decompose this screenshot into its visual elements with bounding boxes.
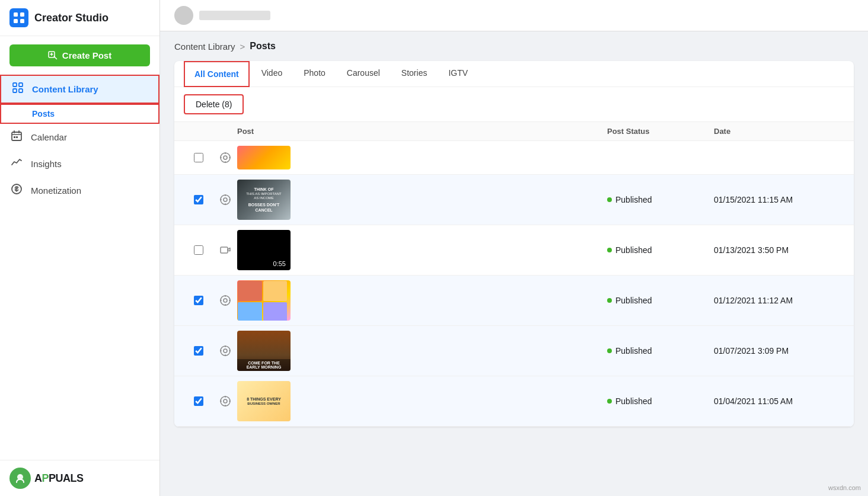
- grid-icon: [11, 82, 25, 97]
- breadcrumb-current: Posts: [250, 41, 276, 52]
- post-status-label-6: Published: [615, 396, 652, 406]
- reels-icon-2: [219, 194, 231, 206]
- tab-photo[interactable]: Photo: [294, 61, 335, 87]
- post-info-1: [237, 146, 607, 169]
- post-thumb-5: COME FOR THEEARLY MORNING: [237, 331, 291, 371]
- table-row: 8 THINGS EVERYBUSINESS OWNER Published 0…: [174, 376, 854, 427]
- post-info-2: THINK OF THIS AS IMPORTANT AS INCOME BOS…: [237, 180, 607, 220]
- svg-rect-1: [20, 12, 24, 17]
- post-status-5: Published: [607, 346, 714, 356]
- svg-point-27: [221, 296, 230, 305]
- sidebar: Creator Studio Create Post Content Libra…: [0, 0, 160, 496]
- breadcrumb-parent[interactable]: Content Library: [174, 41, 235, 52]
- svg-rect-5: [13, 83, 17, 87]
- row-checkbox-6[interactable]: [184, 396, 213, 406]
- row-icon-4: [213, 295, 237, 306]
- page-avatar: [174, 6, 193, 25]
- svg-point-43: [220, 401, 221, 402]
- sidebar-item-monetization[interactable]: Monetization: [0, 177, 159, 204]
- tab-carousel[interactable]: Carousel: [337, 61, 390, 87]
- tab-igtv[interactable]: IGTV: [439, 61, 477, 87]
- sidebar-nav: Content Library Posts Calendar: [0, 75, 159, 460]
- post-thumb-3: 0:55: [237, 230, 291, 270]
- svg-point-22: [225, 194, 226, 196]
- svg-point-37: [220, 350, 221, 351]
- sidebar-item-content-library-label: Content Library: [32, 84, 98, 94]
- svg-point-42: [225, 405, 226, 406]
- row-checkbox-3[interactable]: [184, 245, 213, 255]
- sidebar-item-calendar-label: Calendar: [31, 132, 67, 142]
- row-checkbox-4[interactable]: [184, 296, 213, 305]
- tab-video[interactable]: Video: [252, 61, 292, 87]
- svg-point-19: [229, 157, 230, 158]
- svg-point-28: [224, 299, 227, 302]
- checkbox-input-1[interactable]: [194, 153, 203, 162]
- post-thumb-4: [237, 280, 291, 321]
- tab-stories-label: Stories: [401, 68, 427, 78]
- sidebar-item-insights-label: Insights: [31, 159, 62, 169]
- svg-point-34: [224, 349, 227, 353]
- dollar-icon: [9, 183, 24, 198]
- sidebar-item-posts[interactable]: Posts: [0, 104, 159, 124]
- col-date: Date: [714, 127, 844, 136]
- sidebar-header: Creator Studio: [0, 0, 159, 36]
- row-icon-3: [213, 244, 237, 256]
- post-status-6: Published: [607, 396, 714, 406]
- checkbox-input-6[interactable]: [194, 396, 203, 406]
- table-row: COME FOR THEEARLY MORNING Published 01/0…: [174, 326, 854, 376]
- sidebar-item-calendar[interactable]: Calendar: [0, 124, 159, 151]
- tab-video-label: Video: [261, 68, 283, 78]
- svg-point-36: [225, 354, 226, 356]
- status-dot-6: [607, 399, 612, 404]
- table-header: Post Post Status Date: [174, 122, 854, 141]
- post-date-3: 01/13/2021 3:50 PM: [714, 245, 844, 255]
- app-title: Creator Studio: [34, 12, 108, 24]
- sidebar-item-insights[interactable]: Insights: [0, 151, 159, 177]
- breadcrumb-separator: >: [240, 41, 245, 52]
- reels-icon-6: [219, 395, 231, 407]
- post-info-6: 8 THINGS EVERYBUSINESS OWNER: [237, 381, 607, 421]
- svg-point-29: [225, 295, 226, 296]
- reels-icon-4: [219, 295, 231, 306]
- duration-badge-3: 0:55: [271, 260, 288, 268]
- toolbar: Delete (8): [174, 87, 854, 122]
- video-icon: [219, 244, 231, 256]
- row-checkbox-2[interactable]: [184, 195, 213, 204]
- delete-label: Delete (8): [196, 100, 232, 109]
- status-dot-3: [607, 248, 612, 252]
- svg-point-20: [221, 195, 230, 204]
- tab-all-content[interactable]: All Content: [184, 61, 250, 87]
- svg-point-24: [220, 199, 221, 200]
- checkbox-input-5[interactable]: [194, 346, 203, 356]
- checkbox-input-4[interactable]: [194, 296, 203, 305]
- row-checkbox-5[interactable]: [184, 346, 213, 356]
- post-info-3: 0:55: [237, 230, 607, 270]
- appuals-logo: APPUALS: [9, 468, 150, 489]
- delete-button[interactable]: Delete (8): [184, 94, 244, 114]
- sidebar-item-content-library[interactable]: Content Library: [0, 75, 159, 104]
- svg-point-40: [224, 399, 227, 403]
- table-row: Published 01/12/2021 11:12 AM: [174, 276, 854, 326]
- svg-point-38: [229, 350, 230, 351]
- checkbox-input-2[interactable]: [194, 195, 203, 204]
- create-post-button[interactable]: Create Post: [9, 44, 150, 66]
- creator-studio-logo-icon: [9, 8, 28, 27]
- table-row: THINK OF THIS AS IMPORTANT AS INCOME BOS…: [174, 175, 854, 225]
- row-icon-5: [213, 345, 237, 357]
- svg-point-25: [229, 199, 230, 200]
- svg-point-41: [225, 396, 226, 397]
- chart-icon: [9, 156, 24, 171]
- svg-point-16: [225, 152, 226, 153]
- row-checkbox-1[interactable]: [184, 153, 213, 162]
- sidebar-item-monetization-label: Monetization: [31, 185, 81, 196]
- tab-stories[interactable]: Stories: [392, 61, 437, 87]
- row-icon-1: [213, 152, 237, 164]
- svg-point-33: [221, 346, 230, 356]
- post-status-4: Published: [607, 296, 714, 305]
- checkbox-input-3[interactable]: [194, 245, 203, 255]
- appuals-text: APPUALS: [34, 472, 84, 485]
- status-dot-2: [607, 197, 612, 202]
- tabs-bar: All Content Video Photo Carousel Stories…: [174, 61, 854, 87]
- post-thumb-2: THINK OF THIS AS IMPORTANT AS INCOME BOS…: [237, 180, 291, 220]
- svg-rect-7: [13, 89, 17, 92]
